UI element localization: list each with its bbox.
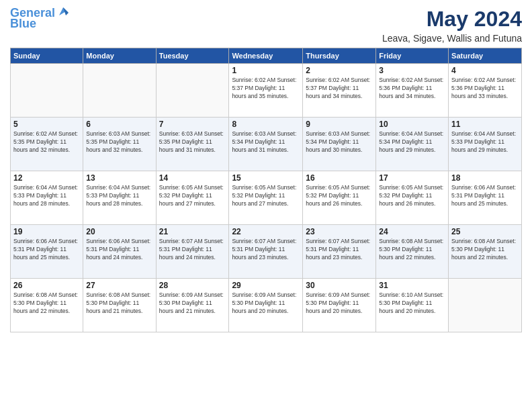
month-title: May 2024 [382, 7, 522, 32]
day-number: 19 [13, 227, 80, 236]
table-row: 23Sunrise: 6:07 AM Sunset: 5:31 PM Dayli… [303, 225, 376, 279]
day-number: 10 [379, 120, 445, 129]
day-info: Sunrise: 6:03 AM Sunset: 5:35 PM Dayligh… [86, 130, 152, 154]
location: Leava, Sigave, Wallis and Futuna [382, 33, 522, 44]
day-info: Sunrise: 6:05 AM Sunset: 5:32 PM Dayligh… [159, 184, 226, 208]
day-number: 9 [306, 120, 373, 129]
day-info: Sunrise: 6:02 AM Sunset: 5:35 PM Dayligh… [13, 130, 80, 154]
table-row: 5Sunrise: 6:02 AM Sunset: 5:35 PM Daylig… [11, 118, 83, 171]
day-info: Sunrise: 6:07 AM Sunset: 5:31 PM Dayligh… [306, 238, 373, 262]
day-info: Sunrise: 6:09 AM Sunset: 5:30 PM Dayligh… [306, 291, 373, 316]
day-number: 7 [159, 120, 226, 129]
table-row: 29Sunrise: 6:09 AM Sunset: 5:30 PM Dayli… [229, 279, 303, 332]
table-row: 12Sunrise: 6:04 AM Sunset: 5:33 PM Dayli… [11, 171, 83, 225]
col-tuesday: Tuesday [156, 48, 229, 64]
day-number: 12 [13, 173, 80, 183]
calendar-week-row: 1Sunrise: 6:02 AM Sunset: 5:37 PM Daylig… [11, 64, 522, 118]
table-row: 22Sunrise: 6:07 AM Sunset: 5:31 PM Dayli… [229, 225, 303, 279]
day-info: Sunrise: 6:02 AM Sunset: 5:36 PM Dayligh… [451, 77, 519, 101]
day-number: 29 [232, 281, 300, 290]
table-row [156, 64, 229, 118]
table-row: 14Sunrise: 6:05 AM Sunset: 5:32 PM Dayli… [156, 171, 229, 225]
day-number: 13 [86, 173, 152, 183]
calendar-header-row: Sunday Monday Tuesday Wednesday Thursday… [11, 48, 522, 64]
day-number: 1 [232, 66, 300, 75]
day-number: 30 [306, 281, 373, 290]
col-sunday: Sunday [11, 48, 83, 64]
day-info: Sunrise: 6:02 AM Sunset: 5:37 PM Dayligh… [306, 77, 373, 101]
table-row: 21Sunrise: 6:07 AM Sunset: 5:31 PM Dayli… [156, 225, 229, 279]
day-info: Sunrise: 6:04 AM Sunset: 5:34 PM Dayligh… [379, 130, 445, 154]
day-number: 5 [13, 120, 80, 129]
day-info: Sunrise: 6:04 AM Sunset: 5:33 PM Dayligh… [13, 184, 80, 208]
day-info: Sunrise: 6:08 AM Sunset: 5:30 PM Dayligh… [379, 238, 445, 262]
day-number: 4 [451, 66, 519, 75]
day-number: 16 [306, 173, 373, 183]
page-container: General Blue May 2024 Leava, Sigave, Wal… [0, 0, 532, 339]
table-row [449, 279, 522, 332]
day-number: 24 [379, 227, 445, 236]
day-number: 8 [232, 120, 300, 129]
day-info: Sunrise: 6:02 AM Sunset: 5:37 PM Dayligh… [232, 77, 300, 101]
table-row: 18Sunrise: 6:06 AM Sunset: 5:31 PM Dayli… [449, 171, 522, 225]
calendar: Sunday Monday Tuesday Wednesday Thursday… [10, 48, 522, 332]
day-number: 21 [159, 227, 226, 236]
day-info: Sunrise: 6:03 AM Sunset: 5:34 PM Dayligh… [232, 130, 300, 154]
day-info: Sunrise: 6:04 AM Sunset: 5:33 PM Dayligh… [86, 184, 152, 208]
table-row: 10Sunrise: 6:04 AM Sunset: 5:34 PM Dayli… [376, 118, 449, 171]
day-info: Sunrise: 6:08 AM Sunset: 5:30 PM Dayligh… [13, 291, 80, 316]
header: General Blue May 2024 Leava, Sigave, Wal… [10, 7, 522, 44]
day-info: Sunrise: 6:07 AM Sunset: 5:31 PM Dayligh… [232, 238, 300, 262]
table-row: 26Sunrise: 6:08 AM Sunset: 5:30 PM Dayli… [11, 279, 83, 332]
table-row: 3Sunrise: 6:02 AM Sunset: 5:36 PM Daylig… [376, 64, 449, 118]
table-row: 8Sunrise: 6:03 AM Sunset: 5:34 PM Daylig… [229, 118, 303, 171]
day-number: 31 [379, 281, 445, 290]
day-number: 11 [451, 120, 519, 129]
day-number: 3 [379, 66, 445, 75]
day-info: Sunrise: 6:05 AM Sunset: 5:32 PM Dayligh… [379, 184, 445, 208]
table-row: 2Sunrise: 6:02 AM Sunset: 5:37 PM Daylig… [303, 64, 376, 118]
table-row: 9Sunrise: 6:03 AM Sunset: 5:34 PM Daylig… [303, 118, 376, 171]
col-monday: Monday [83, 48, 156, 64]
table-row [83, 64, 156, 118]
day-info: Sunrise: 6:09 AM Sunset: 5:30 PM Dayligh… [232, 291, 300, 316]
day-info: Sunrise: 6:03 AM Sunset: 5:34 PM Dayligh… [306, 130, 373, 154]
day-info: Sunrise: 6:05 AM Sunset: 5:32 PM Dayligh… [306, 184, 373, 208]
table-row: 28Sunrise: 6:09 AM Sunset: 5:30 PM Dayli… [156, 279, 229, 332]
table-row [11, 64, 83, 118]
day-info: Sunrise: 6:10 AM Sunset: 5:30 PM Dayligh… [379, 291, 445, 316]
col-friday: Friday [376, 48, 449, 64]
day-number: 26 [13, 281, 80, 290]
table-row: 24Sunrise: 6:08 AM Sunset: 5:30 PM Dayli… [376, 225, 449, 279]
table-row: 20Sunrise: 6:06 AM Sunset: 5:31 PM Dayli… [83, 225, 156, 279]
logo-blue: Blue [10, 17, 36, 31]
calendar-week-row: 5Sunrise: 6:02 AM Sunset: 5:35 PM Daylig… [11, 118, 522, 171]
day-number: 28 [159, 281, 226, 290]
day-info: Sunrise: 6:04 AM Sunset: 5:33 PM Dayligh… [451, 130, 519, 154]
day-info: Sunrise: 6:06 AM Sunset: 5:31 PM Dayligh… [451, 184, 519, 208]
day-info: Sunrise: 6:09 AM Sunset: 5:30 PM Dayligh… [159, 291, 226, 316]
col-thursday: Thursday [303, 48, 376, 64]
day-number: 22 [232, 227, 300, 236]
table-row: 1Sunrise: 6:02 AM Sunset: 5:37 PM Daylig… [229, 64, 303, 118]
day-info: Sunrise: 6:05 AM Sunset: 5:32 PM Dayligh… [232, 184, 300, 208]
day-info: Sunrise: 6:06 AM Sunset: 5:31 PM Dayligh… [86, 238, 152, 262]
calendar-week-row: 19Sunrise: 6:06 AM Sunset: 5:31 PM Dayli… [11, 225, 522, 279]
day-info: Sunrise: 6:03 AM Sunset: 5:35 PM Dayligh… [159, 130, 226, 154]
day-number: 23 [306, 227, 373, 236]
day-number: 15 [232, 173, 300, 183]
day-info: Sunrise: 6:02 AM Sunset: 5:36 PM Dayligh… [379, 77, 445, 101]
calendar-week-row: 12Sunrise: 6:04 AM Sunset: 5:33 PM Dayli… [11, 171, 522, 225]
day-info: Sunrise: 6:08 AM Sunset: 5:30 PM Dayligh… [451, 238, 519, 262]
table-row: 27Sunrise: 6:08 AM Sunset: 5:30 PM Dayli… [83, 279, 156, 332]
table-row: 13Sunrise: 6:04 AM Sunset: 5:33 PM Dayli… [83, 171, 156, 225]
logo-icon [56, 6, 69, 18]
table-row: 15Sunrise: 6:05 AM Sunset: 5:32 PM Dayli… [229, 171, 303, 225]
day-number: 20 [86, 227, 152, 236]
day-number: 2 [306, 66, 373, 75]
table-row: 19Sunrise: 6:06 AM Sunset: 5:31 PM Dayli… [11, 225, 83, 279]
logo: General Blue [10, 7, 69, 31]
table-row: 30Sunrise: 6:09 AM Sunset: 5:30 PM Dayli… [303, 279, 376, 332]
table-row: 17Sunrise: 6:05 AM Sunset: 5:32 PM Dayli… [376, 171, 449, 225]
day-info: Sunrise: 6:06 AM Sunset: 5:31 PM Dayligh… [13, 238, 80, 262]
